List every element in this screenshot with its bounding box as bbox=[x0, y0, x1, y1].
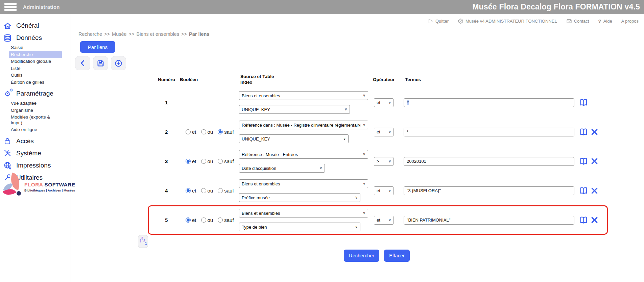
criteria-row: 5 et ou sauf Biens et ensembles Type de … bbox=[148, 205, 608, 235]
back-button[interactable] bbox=[75, 56, 90, 70]
save-button[interactable] bbox=[93, 56, 108, 70]
sidebar-item-recherche[interactable]: Recherche bbox=[9, 51, 62, 58]
boolean-radio[interactable] bbox=[201, 159, 206, 164]
open-book-icon bbox=[579, 186, 588, 195]
boolean-radio[interactable] bbox=[218, 129, 223, 134]
globe-icon bbox=[3, 161, 12, 170]
donnees-submenu: Saisie Recherche Modification globale Li… bbox=[0, 44, 71, 86]
sidebar-item-label: Système bbox=[16, 150, 41, 157]
question-icon: ? bbox=[598, 18, 601, 24]
boolean-radio[interactable] bbox=[218, 188, 223, 193]
termes-input[interactable] bbox=[404, 157, 574, 166]
rechercher-button[interactable]: Rechercher bbox=[344, 250, 379, 262]
tools-icon bbox=[3, 149, 12, 158]
save-icon bbox=[96, 59, 105, 68]
row-number: 1 bbox=[150, 100, 181, 105]
index-select[interactable]: Préfixe musée bbox=[239, 193, 360, 202]
boolean-radio[interactable] bbox=[186, 217, 191, 223]
sidebar-item-aide-en-ligne[interactable]: Aide en ligne bbox=[9, 126, 62, 133]
index-select[interactable]: UNIQUE_KEY bbox=[239, 105, 350, 114]
operator-select[interactable]: et bbox=[374, 186, 393, 195]
operator-select[interactable]: et bbox=[374, 98, 393, 107]
criteria-rows: 1 et ou sauf Biens et ensembles UNIQUE_K… bbox=[148, 88, 608, 235]
sidebar-item-acces[interactable]: Accès bbox=[0, 135, 71, 147]
row-number: 4 bbox=[150, 188, 181, 194]
envelope-icon bbox=[566, 18, 572, 24]
index-browse-button[interactable] bbox=[579, 127, 588, 136]
effacer-button[interactable]: Effacer bbox=[384, 250, 410, 262]
boolean-radio[interactable] bbox=[186, 159, 191, 164]
hamburger-menu-icon[interactable] bbox=[4, 3, 17, 11]
remove-row-button[interactable] bbox=[591, 187, 598, 195]
boolean-radio[interactable] bbox=[186, 129, 191, 134]
gears-icon: ⚙⚙ bbox=[3, 89, 12, 98]
sidebar-item-saisie[interactable]: Saisie bbox=[9, 44, 62, 51]
apropos-link[interactable]: A propos bbox=[621, 19, 639, 24]
source-select[interactable]: Référencé dans : Musée - Registre d'inve… bbox=[239, 121, 368, 129]
operator-select[interactable]: et bbox=[374, 216, 393, 225]
quitter-link[interactable]: Quitter bbox=[428, 18, 449, 24]
index-select[interactable]: Type de bien bbox=[239, 223, 360, 231]
index-browse-button[interactable] bbox=[579, 98, 588, 107]
index-select[interactable]: Date d'acquisition bbox=[239, 164, 325, 173]
sidebar-item-general[interactable]: Général bbox=[0, 20, 71, 32]
boolean-radio[interactable] bbox=[201, 188, 206, 193]
sidebar-item-vue-adaptee[interactable]: Vue adaptée bbox=[9, 100, 62, 107]
operator-select[interactable]: >= bbox=[374, 157, 393, 166]
operator-select[interactable]: et bbox=[374, 128, 393, 136]
lock-icon bbox=[3, 137, 12, 146]
sidebar-item-modeles[interactable]: Modèles (exports & impr.) bbox=[9, 114, 62, 126]
source-select[interactable]: Biens et ensembles bbox=[239, 209, 368, 217]
add-icon bbox=[114, 59, 123, 68]
breadcrumb-recherche[interactable]: Recherche bbox=[78, 31, 102, 37]
breadcrumb-musee[interactable]: Musée bbox=[112, 31, 127, 37]
sidebar-item-edition-grilles[interactable]: Édition de grilles bbox=[9, 79, 62, 86]
termes-input[interactable] bbox=[404, 216, 574, 225]
index-browse-button[interactable] bbox=[579, 215, 588, 225]
tab-par-liens[interactable]: Par liens bbox=[80, 41, 115, 53]
source-select[interactable]: Biens et ensembles bbox=[239, 91, 368, 100]
sidebar-item-systeme[interactable]: Système bbox=[0, 147, 71, 159]
source-select[interactable]: Référence : Musée - Entrées bbox=[239, 150, 368, 159]
boolean-radio[interactable] bbox=[218, 159, 223, 164]
remove-x-icon bbox=[591, 216, 598, 224]
termes-input[interactable] bbox=[404, 186, 574, 195]
parametrage-submenu: Vue adaptée Organisme Modèles (exports &… bbox=[0, 100, 71, 133]
sidebar-item-impressions[interactable]: Impressions bbox=[0, 159, 71, 172]
index-browse-button[interactable] bbox=[579, 186, 588, 195]
back-icon bbox=[79, 59, 87, 67]
form-actions: Rechercher Effacer bbox=[149, 250, 605, 262]
boolean-radio[interactable] bbox=[201, 129, 206, 134]
aide-link[interactable]: ? Aide bbox=[598, 18, 612, 24]
app-title: Musée Flora Decalog Flora FORMATION v4.5 bbox=[472, 2, 640, 11]
boolean-radio[interactable] bbox=[186, 188, 191, 193]
sidebar-item-liste[interactable]: Liste bbox=[9, 65, 62, 72]
source-select[interactable]: Biens et ensembles bbox=[239, 179, 368, 188]
sidebar-item-label: Accès bbox=[16, 137, 34, 145]
boolean-radio[interactable] bbox=[201, 217, 206, 223]
exit-icon bbox=[428, 18, 433, 24]
sidebar-item-organisme[interactable]: Organisme bbox=[9, 107, 62, 114]
boolean-radio[interactable] bbox=[218, 217, 223, 223]
open-book-icon bbox=[579, 215, 588, 225]
add-button[interactable] bbox=[111, 56, 126, 70]
termes-input[interactable]: * bbox=[404, 98, 574, 107]
criteria-row: 2 et ou sauf Référencé dans : Musée - Re… bbox=[148, 117, 608, 147]
app-section-label: Administration bbox=[23, 4, 60, 10]
breadcrumb-biens[interactable]: Biens et ensembles bbox=[137, 31, 180, 37]
sidebar-item-label: Impressions bbox=[16, 162, 51, 169]
sort-order-button[interactable]: 3↑21 bbox=[138, 235, 148, 248]
index-browse-button[interactable] bbox=[579, 157, 588, 166]
sidebar-item-donnees[interactable]: Données bbox=[0, 32, 71, 44]
termes-input[interactable] bbox=[404, 128, 574, 136]
sidebar-item-modification-globale[interactable]: Modification globale bbox=[9, 58, 62, 65]
remove-row-button[interactable] bbox=[591, 128, 598, 136]
index-select[interactable]: UNIQUE_KEY bbox=[239, 134, 349, 143]
sidebar-item-parametrage[interactable]: ⚙⚙ Paramétrage bbox=[0, 87, 71, 100]
sidebar-item-label: Paramétrage bbox=[16, 90, 53, 97]
remove-row-button[interactable] bbox=[591, 216, 598, 224]
current-user[interactable]: Musée v4 ADMINISTRATEUR FONCTIONNEL bbox=[458, 18, 557, 24]
contact-link[interactable]: Contact bbox=[566, 18, 589, 24]
remove-row-button[interactable] bbox=[591, 157, 598, 165]
sidebar-item-outils[interactable]: Outils bbox=[9, 72, 62, 79]
